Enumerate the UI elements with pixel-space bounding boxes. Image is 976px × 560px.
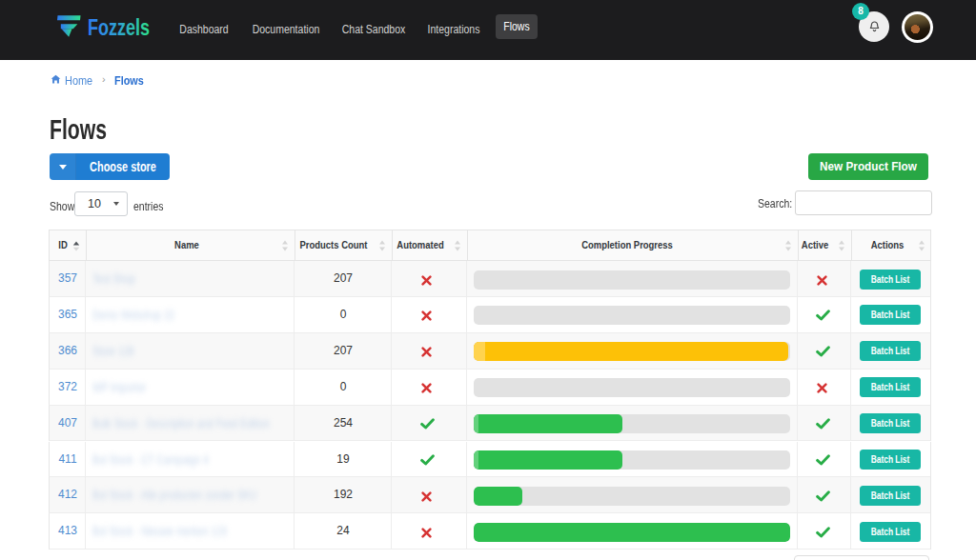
svg-text:Fozzels: Fozzels [88, 14, 150, 40]
